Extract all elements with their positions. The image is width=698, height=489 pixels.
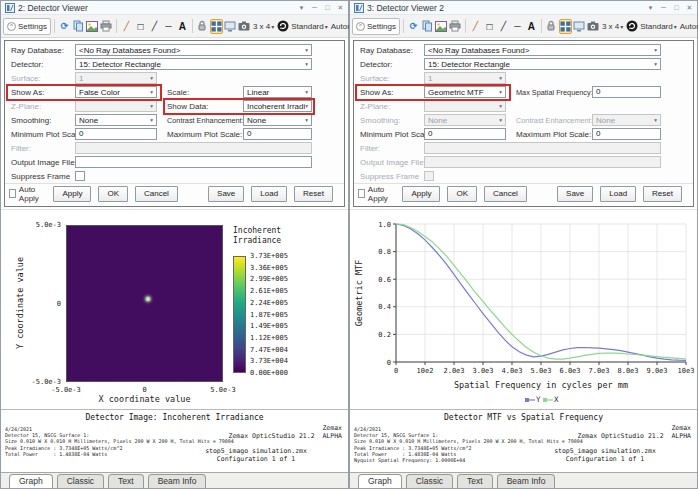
- refresh-icon[interactable]: ⟳: [58, 19, 71, 34]
- grid-layout-dropdown[interactable]: 3 x 4 ▾: [252, 22, 275, 31]
- show-data-dropdown[interactable]: Incoherent Irradiar▾: [243, 100, 312, 112]
- window-icon: [353, 3, 364, 13]
- rectangle-annotation-icon[interactable]: □: [483, 19, 496, 34]
- hline-annotation-icon[interactable]: ─: [511, 19, 524, 34]
- config-cycle-icon[interactable]: [276, 19, 289, 34]
- cancel-button[interactable]: Cancel: [484, 186, 527, 202]
- grid-layout-dropdown[interactable]: 3 x 4 ▾: [601, 22, 624, 31]
- save-button[interactable]: Save: [557, 186, 593, 202]
- close-icon[interactable]: ✕: [685, 4, 694, 12]
- smoothing-label: Smoothing:: [11, 116, 51, 125]
- suppress-frame-checkbox[interactable]: [75, 171, 85, 181]
- maximize-icon[interactable]: □: [323, 4, 332, 11]
- print-icon[interactable]: [449, 19, 462, 34]
- reset-button[interactable]: Reset: [643, 186, 682, 202]
- window-menu-icon[interactable]: ▾: [646, 4, 655, 12]
- tab-beam-info[interactable]: Beam Info: [148, 474, 207, 488]
- load-button[interactable]: Load: [251, 186, 287, 202]
- text-annotation-icon[interactable]: A: [176, 19, 189, 34]
- copy-icon[interactable]: [421, 19, 434, 34]
- tab-classic[interactable]: Classic: [57, 474, 104, 488]
- brand-text: ZemaxZemax OpticStudio 21.2 ALPHA: [578, 424, 692, 440]
- window-menu-icon[interactable]: ▾: [297, 4, 306, 12]
- detector-viewer-window-1: 2: Detector Viewer ▾ ─ □ ✕ ^ Settings ⟳ …: [0, 0, 349, 489]
- detector-viewer-window-2: 3: Detector Viewer 2 ▾ ─ □ ✕ ^ Settings …: [349, 0, 698, 489]
- show-as-dropdown[interactable]: Geometric MTF▾: [424, 86, 506, 98]
- svg-text:X: X: [554, 395, 559, 404]
- smoothing-dropdown[interactable]: None▾: [75, 114, 157, 126]
- standard-dropdown[interactable]: Standard ▾: [290, 22, 328, 31]
- save-image-icon[interactable]: [86, 19, 99, 34]
- line-annotation-icon[interactable]: ╱: [469, 19, 482, 34]
- copy-icon[interactable]: [72, 19, 85, 34]
- text-annotation-icon[interactable]: A: [525, 19, 538, 34]
- print-icon[interactable]: [100, 19, 113, 34]
- tab-graph[interactable]: Graph: [9, 474, 53, 488]
- monitor-icon[interactable]: [573, 19, 586, 34]
- maximum-plot-scale-input[interactable]: 0: [592, 128, 661, 140]
- ray-database-dropdown[interactable]: <No Ray Databases Found>▾: [75, 44, 312, 56]
- reset-button[interactable]: Reset: [294, 186, 333, 202]
- close-icon[interactable]: ✕: [336, 4, 345, 12]
- tab-text[interactable]: Text: [108, 474, 144, 488]
- maximum-plot-scale-input[interactable]: 0: [243, 128, 312, 140]
- camera-icon[interactable]: [587, 19, 600, 34]
- view-tabs: GraphClassicTextBeam Info: [1, 472, 348, 488]
- settings-label: Settings: [18, 22, 47, 31]
- segment-annotation-icon[interactable]: ╱: [497, 19, 510, 34]
- apply-button[interactable]: Apply: [53, 186, 91, 202]
- contrast-enhancement-dropdown[interactable]: None▾: [243, 114, 312, 126]
- ok-button[interactable]: OK: [98, 186, 128, 202]
- settings-toggle-button[interactable]: ^ Settings: [352, 18, 400, 35]
- colorbar-tick-label: 2.61E+005: [250, 287, 288, 295]
- scale-dropdown[interactable]: Linear▾: [243, 86, 312, 98]
- tab-classic[interactable]: Classic: [406, 474, 453, 488]
- chevron-down-icon: ▾: [305, 47, 308, 53]
- tab-text[interactable]: Text: [457, 474, 493, 488]
- monitor-icon[interactable]: [224, 19, 237, 34]
- show-as-label: Show As:: [11, 88, 44, 97]
- standard-dropdown[interactable]: Standard ▾: [639, 22, 677, 31]
- svg-text:0: 0: [387, 359, 391, 367]
- suppress-frame-label: Suppress Frame: [360, 172, 419, 181]
- titlebar[interactable]: 3: Detector Viewer 2 ▾ ─ □ ✕: [350, 1, 697, 15]
- window-layout-icon[interactable]: [210, 19, 223, 34]
- config-cycle-icon[interactable]: [625, 19, 638, 34]
- detector-dropdown[interactable]: 15: Detector Rectangle▾: [75, 58, 312, 70]
- apply-button[interactable]: Apply: [402, 186, 440, 202]
- window-icon: [4, 3, 15, 13]
- tab-graph[interactable]: Graph: [358, 474, 402, 488]
- rectangle-annotation-icon[interactable]: □: [134, 19, 147, 34]
- maximize-icon[interactable]: □: [672, 4, 681, 11]
- minimize-icon[interactable]: ─: [659, 4, 668, 11]
- contrast-enhancement-label: Contrast Enhancement:: [167, 116, 244, 125]
- ok-button[interactable]: OK: [447, 186, 477, 202]
- auto-apply-checkbox[interactable]: Auto Apply: [9, 185, 45, 203]
- auto-apply-checkbox[interactable]: Auto Apply: [358, 185, 394, 203]
- load-button[interactable]: Load: [600, 186, 636, 202]
- hline-annotation-icon[interactable]: ─: [162, 19, 175, 34]
- minimum-plot-scale-input[interactable]: 0: [424, 128, 506, 140]
- cancel-button[interactable]: Cancel: [135, 186, 178, 202]
- detector-dropdown[interactable]: 15: Detector Rectangle▾: [424, 58, 661, 70]
- automatic-dropdown[interactable]: Automatic ▾: [679, 22, 698, 31]
- segment-annotation-icon[interactable]: ╱: [148, 19, 161, 34]
- tab-beam-info[interactable]: Beam Info: [497, 474, 556, 488]
- minimum-plot-scale-input[interactable]: 0: [75, 128, 157, 140]
- line-annotation-icon[interactable]: ╱: [120, 19, 133, 34]
- show-as-dropdown[interactable]: False Color▾: [75, 86, 157, 98]
- svg-text:Y: Y: [536, 395, 541, 404]
- titlebar[interactable]: 2: Detector Viewer ▾ ─ □ ✕: [1, 1, 348, 15]
- max-spatial-frequency-input[interactable]: 0: [592, 86, 661, 98]
- window-layout-icon[interactable]: [559, 19, 572, 34]
- save-image-icon[interactable]: [435, 19, 448, 34]
- refresh-icon[interactable]: ⟳: [407, 19, 420, 34]
- lock-icon[interactable]: [196, 19, 209, 34]
- output-image-file-input[interactable]: [75, 156, 312, 168]
- ray-database-dropdown[interactable]: <No Ray Databases Found>▾: [424, 44, 661, 56]
- save-button[interactable]: Save: [208, 186, 244, 202]
- lock-icon[interactable]: [545, 19, 558, 34]
- settings-toggle-button[interactable]: ^ Settings: [3, 18, 51, 35]
- minimize-icon[interactable]: ─: [310, 4, 319, 11]
- camera-icon[interactable]: [238, 19, 251, 34]
